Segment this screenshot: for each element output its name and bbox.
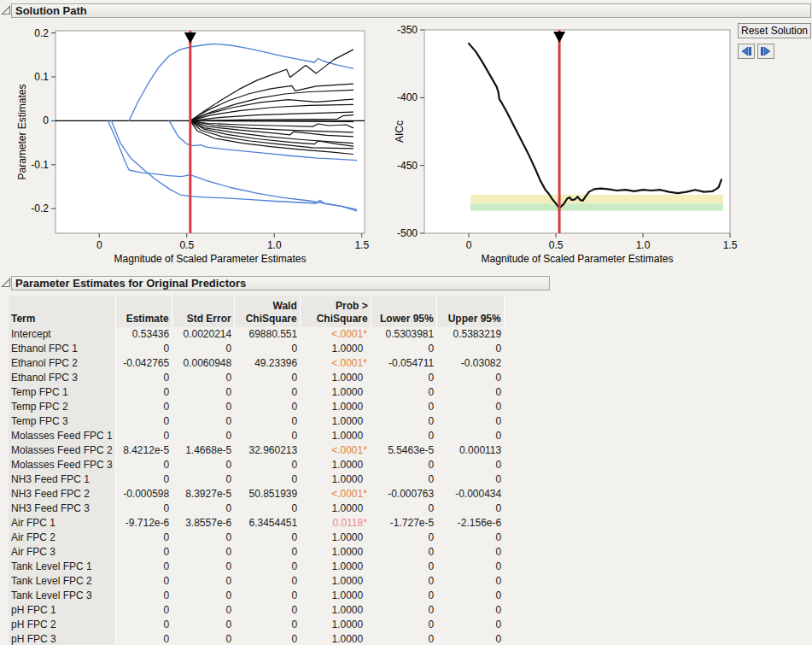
table-row: Ethanol FPC 10001.000000 <box>9 342 504 356</box>
column-header-prob-chisquare: Prob > ChiSquare <box>300 296 371 327</box>
table-head: TermEstimateStd ErrorWald ChiSquareProb … <box>9 296 504 327</box>
cell-wald: 0 <box>234 458 300 472</box>
estimates-path-y-tick-label: 0 <box>43 114 49 126</box>
cell-upper: 0 <box>436 589 504 603</box>
cell-upper: 0 <box>436 560 504 574</box>
cell-wald: 69880.551 <box>234 327 300 342</box>
cell-term: NH3 Feed FPC 1 <box>9 472 115 487</box>
table-row: pH FPC 10001.000000 <box>9 603 504 618</box>
cell-lower: 0 <box>371 342 436 356</box>
cell-wald: 6.3454451 <box>234 516 300 531</box>
column-header-upper-95-: Upper 95% <box>436 296 504 327</box>
cell-estimate: 0 <box>115 574 172 589</box>
cell-estimate: 0 <box>115 632 172 645</box>
cell-prob: 1.0000 <box>300 632 371 645</box>
cell-estimate: 0 <box>115 589 172 603</box>
cell-lower: 0 <box>371 501 436 516</box>
cell-prob: <.0001* <box>300 443 371 458</box>
disclosure-open-icon[interactable] <box>1 5 11 15</box>
disclosure-open-icon[interactable] <box>1 278 11 288</box>
cell-std_error: 0 <box>172 501 234 516</box>
cell-upper: -2.156e-6 <box>436 516 504 531</box>
cell-wald: 0 <box>234 472 300 487</box>
cell-estimate: 8.4212e-5 <box>115 443 172 458</box>
aicc-path-y-tick-label: -400 <box>397 91 418 103</box>
estimates-path-y-tick-label: 0.1 <box>34 71 49 83</box>
cell-lower: 0 <box>371 545 436 560</box>
cell-estimate: 0 <box>115 531 172 545</box>
cell-prob: 1.0000 <box>300 531 371 545</box>
cell-std_error: 0 <box>172 632 234 645</box>
estimates-path-x-tick-label: 0.5 <box>179 239 194 251</box>
cell-wald: 0 <box>234 531 300 545</box>
column-header-term: Term <box>9 296 115 327</box>
cell-term: Temp FPC 2 <box>9 400 115 414</box>
cell-estimate: -0.042765 <box>115 356 172 371</box>
reset-solution-button[interactable]: Reset Solution <box>738 23 811 38</box>
cell-term: Molasses Feed FPC 3 <box>9 458 115 472</box>
cell-std_error: 0 <box>172 560 234 574</box>
cell-std_error: 0 <box>172 574 234 589</box>
cell-estimate: 0 <box>115 458 172 472</box>
cell-prob: 1.0000 <box>300 560 371 574</box>
column-header-std-error: Std Error <box>172 296 234 327</box>
step-back-button[interactable] <box>738 44 755 59</box>
table-row: Temp FPC 30001.000000 <box>9 414 504 429</box>
table-row: NH3 Feed FPC 10001.000000 <box>9 472 504 487</box>
table-row: Intercept0.534360.002021469880.551<.0001… <box>9 327 504 342</box>
cell-upper: 0.5383219 <box>436 327 504 342</box>
cell-estimate: 0 <box>115 603 172 618</box>
cell-term: Temp FPC 1 <box>9 385 115 400</box>
solution-path-outline-bar[interactable]: Solution Path <box>11 3 811 18</box>
table-row: Tank Level FPC 30001.000000 <box>9 589 504 603</box>
parameter-estimates-outline-bar[interactable]: Parameter Estimates for Original Predict… <box>11 276 550 290</box>
cell-term: Tank Level FPC 1 <box>9 560 115 574</box>
cell-term: Tank Level FPC 3 <box>9 589 115 603</box>
cell-std_error: 0 <box>172 472 234 487</box>
cell-std_error: 0 <box>172 385 234 400</box>
step-forward-button[interactable] <box>757 44 774 59</box>
cell-upper: -0.03082 <box>436 356 504 371</box>
cell-std_error: 0 <box>172 618 234 632</box>
cell-std_error: 0 <box>172 603 234 618</box>
estimates-path-y-tick-label: -0.2 <box>31 202 49 214</box>
cell-std_error: 0 <box>172 458 234 472</box>
cell-prob: <.0001* <box>300 327 371 342</box>
cell-std_error: 0 <box>172 589 234 603</box>
table-row: Tank Level FPC 10001.000000 <box>9 560 504 574</box>
cell-upper: 0 <box>436 545 504 560</box>
parameter-estimates-path-chart[interactable]: 00.51.01.50.20.10-0.1-0.2Magnitude of Sc… <box>0 21 393 271</box>
cell-prob: 1.0000 <box>300 472 371 487</box>
table-row: Temp FPC 10001.000000 <box>9 385 504 400</box>
cell-upper: 0 <box>436 632 504 645</box>
cell-std_error: 0 <box>172 429 234 443</box>
cell-wald: 0 <box>234 414 300 429</box>
cell-upper: 0 <box>436 472 504 487</box>
cell-upper: 0 <box>436 603 504 618</box>
estimates-path-x-tick-label: 1.0 <box>267 239 282 251</box>
cell-prob: 1.0000 <box>300 574 371 589</box>
cell-wald: 0 <box>234 589 300 603</box>
table-row: pH FPC 30001.000000 <box>9 632 504 645</box>
table-row: Molasses Feed FPC 28.4212e-51.4668e-532.… <box>9 443 504 458</box>
cell-prob: 1.0000 <box>300 458 371 472</box>
cell-estimate: -0.000598 <box>115 487 172 501</box>
table-row: Air FPC 1-9.712e-63.8557e-66.34544510.01… <box>9 516 504 531</box>
cell-prob: 1.0000 <box>300 400 371 414</box>
cell-lower: 0 <box>371 371 436 385</box>
cell-wald: 32.960213 <box>234 443 300 458</box>
cell-std_error: 0 <box>172 342 234 356</box>
step-back-icon <box>740 46 752 56</box>
cell-upper: -0.000434 <box>436 487 504 501</box>
cell-prob: 1.0000 <box>300 414 371 429</box>
column-header-wald-chisquare: Wald ChiSquare <box>234 296 300 327</box>
table-row: Air FPC 20001.000000 <box>9 531 504 545</box>
cell-upper: 0 <box>436 574 504 589</box>
cell-lower: 0 <box>371 603 436 618</box>
cell-lower: 0 <box>371 560 436 574</box>
table-row: Tank Level FPC 20001.000000 <box>9 574 504 589</box>
estimates-path-x-tick-label: 1.5 <box>354 239 369 251</box>
cell-lower: -0.000763 <box>371 487 436 501</box>
solution-path-title: Solution Path <box>15 4 87 17</box>
cell-term: pH FPC 2 <box>9 618 115 632</box>
